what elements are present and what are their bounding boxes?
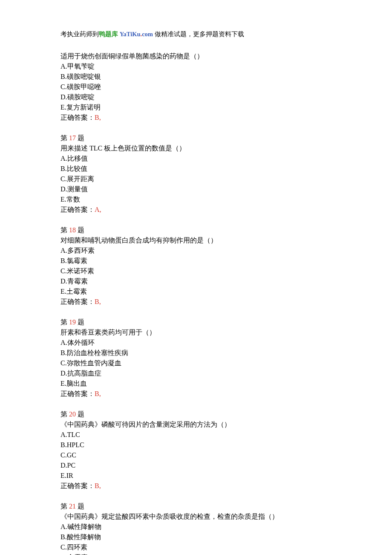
option-a: A.体外循环	[61, 338, 392, 348]
question-stem: 用来描述 TLC 板上色斑位置的数值是（）	[61, 143, 392, 153]
option-a: A.比移值	[61, 153, 392, 164]
question-number: 20	[69, 410, 76, 418]
option-b: B.HPLC	[61, 440, 392, 450]
option-b: B.比较值	[61, 164, 392, 174]
question-title: 第 20 题	[61, 409, 392, 419]
option-e: E.脑出血	[61, 379, 392, 389]
question-number: 18	[69, 226, 76, 234]
answer-label: 正确答案：	[61, 114, 95, 121]
question-suffix: 题	[76, 226, 84, 234]
question-number: 19	[69, 318, 76, 326]
option-e: E.常数	[61, 194, 392, 205]
option-c: C.米诺环素	[61, 266, 392, 276]
answer-label: 正确答案：	[61, 482, 95, 489]
answer-label: 正确答案：	[61, 206, 95, 213]
answer-line: 正确答案：B,	[61, 481, 392, 491]
option-c: C.磺胺甲噁唑	[61, 82, 392, 92]
option-a: A.TLC	[61, 430, 392, 440]
domain-part2: com	[142, 31, 153, 38]
question-stem: 《中国药典》规定盐酸四环素中杂质吸收度的检查，检查的杂质是指（）	[61, 512, 392, 522]
answer-line: 正确答案：B,	[61, 113, 392, 123]
answer-value: B,	[95, 390, 101, 397]
question-number: 21	[69, 503, 76, 510]
option-e: E.土霉素	[61, 286, 392, 297]
option-b: B.酸性降解物	[61, 532, 392, 542]
answer-label: 正确答案：	[61, 298, 95, 305]
option-e: E.IR	[61, 471, 392, 481]
question-title: 第 17 题	[61, 133, 392, 143]
header-domain: YaTiKu.com	[120, 31, 153, 38]
option-d: D.磺胺嘧啶	[61, 92, 392, 102]
question-suffix: 题	[76, 410, 84, 418]
answer-value: B,	[95, 298, 101, 305]
answer-line: 正确答案：B,	[61, 297, 392, 307]
option-b: B.氯霉素	[61, 256, 392, 266]
question-18: 第 18 题 对细菌和哺乳动物蛋白质合成均有抑制作用的是（） A.多西环素 B.…	[61, 225, 392, 307]
answer-value: A,	[95, 206, 101, 213]
question-21: 第 21 题 《中国药典》规定盐酸四环素中杂质吸收度的检查，检查的杂质是指（） …	[61, 501, 392, 555]
answer-line: 正确答案：B,	[61, 389, 392, 399]
question-prefix: 第	[61, 226, 69, 234]
option-c: C.展开距离	[61, 174, 392, 184]
domain-part1: YaTiKu	[120, 31, 141, 38]
header-prefix: 考执业药师到	[61, 31, 99, 38]
answer-value: B,	[95, 482, 101, 489]
answer-value: B,	[95, 114, 101, 121]
page-header: 考执业药师到鸭题库 YaTiKu.com 做精准试题，更多押题资料下载	[61, 30, 392, 39]
option-d: D.青霉素	[61, 276, 392, 286]
option-e: E.复方新诺明	[61, 102, 392, 113]
question-17: 第 17 题 用来描述 TLC 板上色斑位置的数值是（） A.比移值 B.比较值…	[61, 133, 392, 215]
option-c: C.GC	[61, 450, 392, 460]
question-stem: 适用于烧伤创面铜绿假单胞菌感染的药物是（）	[61, 51, 392, 61]
option-d: D.测量值	[61, 184, 392, 194]
question-stem: 对细菌和哺乳动物蛋白质合成均有抑制作用的是（）	[61, 235, 392, 246]
question-prefix: 第	[61, 410, 69, 418]
question-title: 第 21 题	[61, 501, 392, 512]
option-c: C.弥散性血管内凝血	[61, 358, 392, 368]
option-a: A.甲氧苄啶	[61, 61, 392, 72]
question-number: 17	[69, 134, 76, 142]
question-title: 第 18 题	[61, 225, 392, 235]
question-stem: 肝素和香豆素类药均可用于（）	[61, 327, 392, 338]
option-c: C.四环素	[61, 542, 392, 552]
option-a: A.多西环素	[61, 246, 392, 256]
question-suffix: 题	[76, 503, 84, 510]
question-suffix: 题	[76, 318, 84, 326]
header-suffix: 做精准试题，更多押题资料下载	[153, 31, 244, 38]
question-prefix: 第	[61, 318, 69, 326]
question-stem: 《中国药典》磷酸可待因片的含量测定采用的方法为（）	[61, 419, 392, 430]
question-20: 第 20 题 《中国药典》磷酸可待因片的含量测定采用的方法为（） A.TLC B…	[61, 409, 392, 491]
question-prefix: 第	[61, 134, 69, 142]
option-d: D.金霉素	[61, 552, 392, 555]
answer-line: 正确答案：A,	[61, 205, 392, 215]
option-b: B.防治血栓栓塞性疾病	[61, 348, 392, 358]
question-16: 适用于烧伤创面铜绿假单胞菌感染的药物是（） A.甲氧苄啶 B.磺胺嘧啶银 C.磺…	[61, 51, 392, 123]
option-b: B.磺胺嘧啶银	[61, 72, 392, 82]
question-prefix: 第	[61, 503, 69, 510]
option-a: A.碱性降解物	[61, 522, 392, 532]
question-title: 第 19 题	[61, 317, 392, 327]
header-brand: 鸭题库	[99, 31, 118, 38]
question-suffix: 题	[76, 134, 84, 142]
option-d: D.PC	[61, 460, 392, 471]
question-19: 第 19 题 肝素和香豆素类药均可用于（） A.体外循环 B.防治血栓栓塞性疾病…	[61, 317, 392, 399]
option-d: D.抗高脂血症	[61, 368, 392, 379]
answer-label: 正确答案：	[61, 390, 95, 397]
